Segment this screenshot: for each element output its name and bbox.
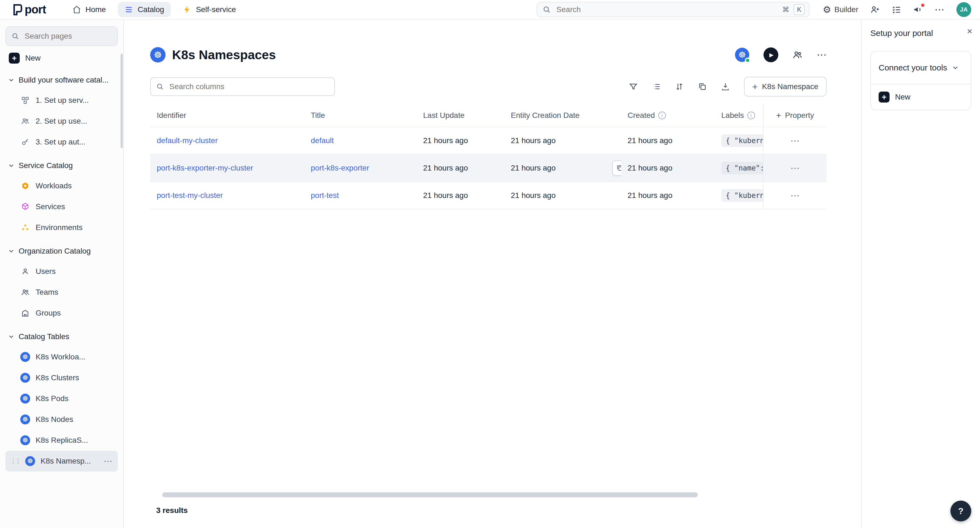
cell-actions: ⋯ xyxy=(763,155,827,182)
sidebar-item-k8s-nodes[interactable]: ☸ K8s Nodes xyxy=(5,409,118,430)
sidebar-item-label: 3. Set up aut... xyxy=(36,138,86,147)
sidebar-item-k8s-pods[interactable]: ☸ K8s Pods xyxy=(5,388,118,409)
cell-labels: { "kubernetes xyxy=(715,182,763,209)
table-row[interactable]: port-k8s-exporter-my-cluster port-k8s-ex… xyxy=(150,155,827,182)
identifier-link[interactable]: default-my-cluster xyxy=(157,136,218,145)
sidebar-search[interactable] xyxy=(5,26,118,46)
table-row[interactable]: default-my-cluster default 21 hours ago … xyxy=(150,127,827,155)
title-link[interactable]: port-k8s-exporter xyxy=(311,164,369,172)
sidebar-group-service-catalog[interactable]: Service Catalog xyxy=(5,156,118,175)
search-columns-input[interactable] xyxy=(168,82,329,92)
port-logo-icon xyxy=(12,4,22,15)
workloads-icon xyxy=(20,182,30,190)
home-icon xyxy=(72,5,81,14)
help-button[interactable]: ? xyxy=(950,501,971,522)
port-logo[interactable]: port xyxy=(12,3,46,16)
sidebar-item-setup-auth[interactable]: 3. Set up aut... xyxy=(5,132,118,152)
group-by-button[interactable] xyxy=(652,82,661,91)
sidebar-item-label: K8s Clusters xyxy=(36,373,79,382)
horizontal-scrollbar[interactable] xyxy=(162,492,698,497)
manage-columns-button[interactable] xyxy=(698,82,707,91)
global-search-input[interactable] xyxy=(555,5,778,14)
sidebar-item-workloads[interactable]: Workloads xyxy=(5,175,118,196)
user-avatar[interactable]: JA xyxy=(956,2,971,17)
cell-actions: ⋯ xyxy=(763,127,827,154)
table-toolbar xyxy=(629,82,730,91)
sidebar-group-catalog-tables[interactable]: Catalog Tables xyxy=(5,327,118,346)
close-icon[interactable]: × xyxy=(967,26,972,36)
drag-handle-icon[interactable]: ⋮⋮ xyxy=(10,457,20,465)
key-icon xyxy=(20,138,30,146)
filter-button[interactable] xyxy=(629,82,638,91)
connect-tools-toggle[interactable]: Connect your tools xyxy=(871,51,971,84)
sidebar-item-k8s-workloads[interactable]: ☸ K8s Workloa... xyxy=(5,346,118,367)
permissions-button[interactable] xyxy=(792,50,802,60)
copy-value-button[interactable] xyxy=(612,160,621,176)
main-content: ☸ K8s Namespaces ☸ ▶ ⋯ xyxy=(124,20,861,528)
sidebar-item-setup-service[interactable]: 1. Set up serv... xyxy=(5,90,118,111)
checklist-icon xyxy=(892,5,901,14)
cell-entity-creation-date: 21 hours ago xyxy=(504,182,621,209)
page-more-icon[interactable]: ⋯ xyxy=(817,50,827,60)
title-link[interactable]: port-test xyxy=(311,191,339,200)
cell-actions: ⋯ xyxy=(763,182,827,209)
announcements-button[interactable] xyxy=(913,5,923,14)
sidebar-item-setup-users[interactable]: 2. Set up use... xyxy=(5,111,118,132)
connect-tools-card: Connect your tools + New xyxy=(870,51,971,110)
labels-chip[interactable]: { "kubernetes xyxy=(721,134,763,147)
export-button[interactable] xyxy=(721,82,730,91)
topbar-actions: ⚙ Builder ⋯ JA xyxy=(823,2,971,17)
tab-home[interactable]: Home xyxy=(66,2,113,17)
ellipsis-icon: ⋯ xyxy=(934,5,944,14)
sidebar-item-k8s-clusters[interactable]: ☸ K8s Clusters xyxy=(5,367,118,388)
column-header-title[interactable]: Title xyxy=(304,104,417,127)
sidebar-item-label: Services xyxy=(36,202,65,211)
identifier-link[interactable]: port-k8s-exporter-my-cluster xyxy=(157,164,253,172)
sidebar-item-k8s-namespaces[interactable]: ⋮⋮ ☸ K8s Namesp... ⋯ xyxy=(5,451,118,472)
invite-users-button[interactable] xyxy=(870,5,880,14)
column-header-last-update[interactable]: Last Update xyxy=(417,104,504,127)
play-button[interactable]: ▶ xyxy=(764,48,778,62)
sidebar-scrollbar[interactable] xyxy=(121,54,123,148)
table-row[interactable]: port-test-my-cluster port-test 21 hours … xyxy=(150,182,827,209)
builder-button[interactable]: ⚙ Builder xyxy=(823,5,858,14)
panel-new-button[interactable]: + New xyxy=(871,84,971,110)
column-header-created[interactable]: Created i xyxy=(621,104,715,127)
row-actions-icon[interactable]: ⋯ xyxy=(791,190,800,201)
identifier-link[interactable]: port-test-my-cluster xyxy=(157,191,223,200)
tab-self-service[interactable]: Self-service xyxy=(176,2,243,17)
sidebar-group-organization-catalog[interactable]: Organization Catalog xyxy=(5,241,118,261)
add-entity-label: K8s Namespace xyxy=(762,82,818,91)
column-header-labels[interactable]: Labels i xyxy=(715,104,763,127)
sidebar-item-users[interactable]: Users xyxy=(5,261,118,282)
sidebar-new-button[interactable]: + New xyxy=(5,46,118,67)
sidebar-group-build[interactable]: Build your software catal... xyxy=(5,70,118,90)
sidebar-item-k8s-replicasets[interactable]: ☸ K8s ReplicaS... xyxy=(5,430,118,451)
copy-icon xyxy=(616,164,621,172)
catalog-icon xyxy=(124,5,133,14)
sidebar-item-teams[interactable]: Teams xyxy=(5,282,118,303)
row-actions-icon[interactable]: ⋯ xyxy=(791,135,800,146)
global-search[interactable]: ⌘ K xyxy=(536,2,810,17)
environments-icon xyxy=(20,223,30,232)
sort-button[interactable] xyxy=(675,82,684,91)
add-entity-button[interactable]: + K8s Namespace xyxy=(744,77,827,96)
labels-chip[interactable]: { "kubernetes xyxy=(721,189,763,202)
data-source-button[interactable]: ☸ xyxy=(735,48,749,62)
sidebar-item-groups[interactable]: Groups xyxy=(5,303,118,324)
sidebar-item-services[interactable]: Services xyxy=(5,196,118,217)
title-link[interactable]: default xyxy=(311,136,334,145)
row-actions-icon[interactable]: ⋯ xyxy=(791,163,800,174)
tab-catalog[interactable]: Catalog xyxy=(118,2,171,17)
sidebar-item-environments[interactable]: Environments xyxy=(5,217,118,238)
labels-chip[interactable]: { "name": "por xyxy=(721,162,763,174)
column-header-entity-creation-date[interactable]: Entity Creation Date xyxy=(504,104,621,127)
column-header-identifier[interactable]: Identifier xyxy=(150,104,304,127)
sidebar-search-input[interactable] xyxy=(24,31,112,41)
item-more-icon[interactable]: ⋯ xyxy=(103,456,118,466)
search-columns[interactable] xyxy=(150,77,335,96)
checklist-button[interactable] xyxy=(892,5,901,14)
k8s-icon: ☸ xyxy=(20,352,30,362)
add-property-button[interactable]: + Property xyxy=(763,104,827,127)
more-options-button[interactable]: ⋯ xyxy=(934,5,944,14)
